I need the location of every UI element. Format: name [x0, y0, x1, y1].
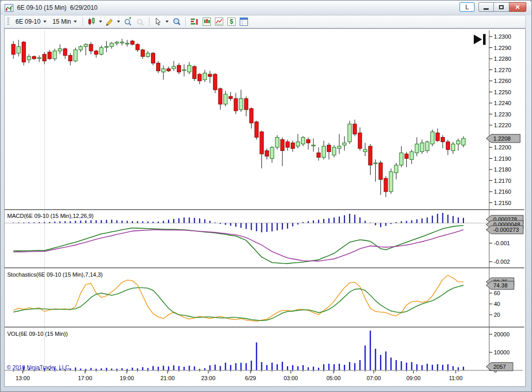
- candlestick-style-button[interactable]: [86, 16, 104, 27]
- chart-toolbar: 6E 09-10 15 Min: [4, 15, 526, 28]
- svg-text:20: 20: [494, 312, 500, 318]
- market-analyzer-button[interactable]: [188, 16, 201, 27]
- svg-text:20000: 20000: [494, 331, 510, 337]
- stochastics-label: Stochastics(6E 09-10 (15 Min),7,14,3): [7, 271, 103, 278]
- svg-text:1.2290: 1.2290: [494, 45, 511, 51]
- chevron-down-icon: [99, 21, 102, 23]
- chevron-down-icon: [74, 21, 77, 23]
- svg-text:07:00: 07:00: [367, 375, 381, 381]
- toolbar-separator: [82, 17, 83, 26]
- drawing-tools-button[interactable]: [104, 16, 122, 27]
- maximize-button[interactable]: [494, 2, 509, 12]
- copyright-text: © 2010 NinjaTrader, LLC: [7, 364, 69, 370]
- panel-icon: [239, 17, 248, 26]
- toolbar-separator: [185, 17, 186, 26]
- toolbar-grip-icon[interactable]: [7, 18, 9, 26]
- instrument-dropdown[interactable]: 6E 09-10: [12, 16, 49, 27]
- svg-text:1.2270: 1.2270: [494, 67, 511, 73]
- svg-text:1.2240: 1.2240: [494, 100, 511, 106]
- chart-window-button[interactable]: [201, 16, 213, 27]
- svg-text:1.2170: 1.2170: [494, 178, 511, 184]
- svg-text:1.2180: 1.2180: [494, 166, 511, 173]
- svg-text:1.2220: 1.2220: [494, 122, 511, 128]
- svg-text:1.2208: 1.2208: [493, 135, 511, 142]
- svg-text:1.2260: 1.2260: [494, 78, 511, 84]
- svg-text:6/29: 6/29: [245, 375, 256, 381]
- svg-text:40: 40: [494, 301, 500, 307]
- chevron-down-icon: [165, 21, 169, 23]
- svg-text:11:00: 11:00: [449, 375, 463, 381]
- chart-svg[interactable]: 1.23001.22901.22801.22701.22601.22501.22…: [5, 29, 524, 385]
- title-bar[interactable]: 6E 09-10 (15 Min) 6/29/2010 L ✕: [1, 1, 531, 15]
- pencil-icon: [105, 17, 114, 26]
- svg-text:1.2190: 1.2190: [494, 156, 511, 162]
- svg-text:-0.001: -0.001: [494, 240, 510, 246]
- chevron-down-icon: [43, 21, 46, 23]
- chart-canvas[interactable]: 1.23001.22901.22801.22701.22601.22501.22…: [4, 28, 526, 387]
- market-analyzer-icon: [190, 17, 199, 26]
- app-chart-icon: [5, 4, 13, 12]
- macd-diff-tag: -0.000273: [486, 226, 523, 234]
- restore-icon: [499, 5, 504, 9]
- svg-text:1.2160: 1.2160: [494, 189, 511, 195]
- svg-text:-0.000273: -0.000273: [493, 227, 519, 233]
- cursor-icon: [154, 17, 163, 26]
- svg-text:17:00: 17:00: [78, 375, 92, 381]
- svg-text:74.38: 74.38: [493, 282, 508, 288]
- svg-text:1.2300: 1.2300: [494, 33, 511, 40]
- chart-window: 6E 09-10 (15 Min) 6/29/2010 L ✕ 6E 09-10…: [0, 0, 532, 392]
- svg-text:1.2230: 1.2230: [494, 111, 511, 117]
- dollar-button[interactable]: $: [225, 16, 238, 27]
- chevron-down-icon: [117, 21, 120, 23]
- svg-text:2057: 2057: [493, 364, 506, 370]
- zoom-in-button[interactable]: [122, 16, 134, 27]
- line-chart-icon: [214, 17, 224, 26]
- svg-text:1.2280: 1.2280: [494, 56, 511, 62]
- svg-text:60: 60: [494, 290, 500, 296]
- svg-text:$: $: [229, 18, 233, 25]
- minimize-button[interactable]: [478, 2, 494, 12]
- link-button[interactable]: L: [459, 2, 475, 12]
- magnifier-icon: [172, 17, 181, 26]
- minimize-icon: [484, 8, 489, 10]
- close-icon: ✕: [515, 4, 520, 11]
- svg-text:19:00: 19:00: [120, 375, 134, 381]
- volume-label: VOL(6E 09-10 (15 Min)): [7, 331, 68, 337]
- toolbar-separator: [149, 17, 149, 26]
- last-price-tag: 1.2208: [486, 134, 520, 143]
- stoch-d-tag: 74.38: [486, 281, 514, 289]
- zoom-out-button[interactable]: [134, 16, 146, 27]
- svg-text:03:00: 03:00: [284, 375, 298, 381]
- zoom-in-icon: [123, 17, 132, 26]
- mini-candles-icon: [202, 17, 211, 26]
- properties-button[interactable]: [238, 16, 250, 27]
- line-chart-button[interactable]: [213, 16, 225, 27]
- interval-dropdown[interactable]: 15 Min: [49, 16, 80, 27]
- macd-label: MACD(6E 09-10 (15 Min),12,26,9): [7, 213, 94, 219]
- volume-tag: 2057: [486, 363, 513, 371]
- close-button[interactable]: ✕: [509, 2, 526, 12]
- svg-text:1.2250: 1.2250: [494, 89, 511, 95]
- svg-text:-0.002: -0.002: [494, 259, 510, 265]
- candlestick-style-icon: [87, 17, 96, 26]
- dollar-icon: $: [227, 17, 236, 26]
- svg-text:10000: 10000: [494, 349, 510, 355]
- svg-text:1.2150: 1.2150: [494, 200, 511, 206]
- svg-text:23:00: 23:00: [201, 375, 215, 381]
- svg-text:21:00: 21:00: [160, 375, 175, 381]
- data-box-button[interactable]: [170, 16, 182, 27]
- svg-text:05:00: 05:00: [326, 375, 341, 381]
- cursor-button[interactable]: [152, 16, 170, 27]
- svg-text:09:00: 09:00: [406, 375, 421, 381]
- zoom-out-icon: [136, 17, 145, 26]
- svg-text:1.2200: 1.2200: [494, 144, 511, 150]
- svg-text:13:00: 13:00: [15, 375, 30, 381]
- window-title: 6E 09-10 (15 Min) 6/29/2010: [17, 4, 97, 11]
